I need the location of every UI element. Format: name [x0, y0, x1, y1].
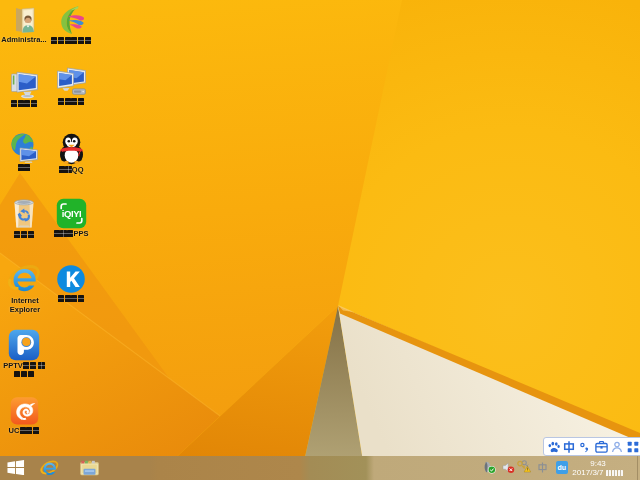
- svg-text:iQIYI: iQIYI: [61, 208, 81, 219]
